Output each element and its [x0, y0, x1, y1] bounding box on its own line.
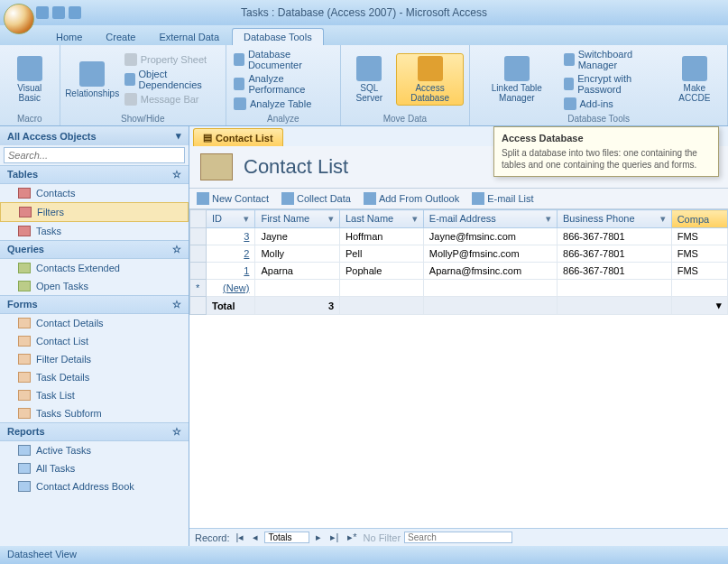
first-record-button[interactable]: |◂	[234, 532, 247, 543]
add-from-outlook-button[interactable]: Add From Outlook	[364, 192, 459, 205]
table-row[interactable]: 1 Aparna Pophale Aparna@fmsinc.com 866-3…	[190, 263, 728, 280]
dropdown-icon[interactable]: ▾	[660, 213, 666, 225]
total-dropdown[interactable]: ▾	[671, 297, 727, 315]
nav-item-tasks-subform[interactable]: Tasks Subform	[0, 404, 189, 422]
row-selector[interactable]	[190, 263, 207, 280]
relationships-button[interactable]: Relationships	[66, 60, 119, 100]
cell-first-name[interactable]: Molly	[255, 245, 340, 263]
search-records-input[interactable]	[404, 532, 512, 543]
cell-last-name[interactable]: Hoffman	[340, 228, 424, 245]
cell-company[interactable]: FMS	[671, 263, 727, 280]
nav-item-tasks[interactable]: Tasks	[0, 222, 189, 240]
table-row[interactable]: 2 Molly Pell MollyP@fmsinc.com 866-367-7…	[190, 245, 728, 263]
cell-email[interactable]: Aparna@fmsinc.com	[423, 263, 557, 280]
dropdown-icon[interactable]: ▾	[412, 213, 418, 225]
dropdown-icon[interactable]: ▾	[328, 213, 334, 225]
cell-id[interactable]: 1	[207, 263, 255, 280]
doc-tab-contact-list[interactable]: ▤ Contact List	[193, 128, 283, 146]
cell-first-name[interactable]: Jayne	[255, 228, 340, 245]
form-icon	[18, 372, 31, 383]
record-position-input[interactable]	[264, 532, 309, 543]
dropdown-icon[interactable]: ▾	[244, 213, 249, 225]
visual-basic-button[interactable]: Visual Basic	[5, 54, 54, 105]
table-row[interactable]: 3 Jayne Hoffman Jayne@fmsinc.com 866-367…	[190, 228, 728, 245]
office-button[interactable]	[4, 4, 34, 34]
chevron-down-icon[interactable]: ▾	[176, 130, 181, 142]
analyze-table-button[interactable]: Analyze Table	[232, 97, 335, 111]
database-documenter-button[interactable]: Database Documenter	[232, 48, 335, 71]
nav-item-task-details[interactable]: Task Details	[0, 368, 189, 386]
nav-cat-tables[interactable]: Tables☆	[0, 165, 189, 184]
tab-create[interactable]: Create	[95, 29, 146, 45]
nav-item-contact-details[interactable]: Contact Details	[0, 314, 189, 332]
cell-company[interactable]: FMS	[671, 245, 727, 263]
search-input[interactable]	[4, 147, 185, 163]
col-last-name[interactable]: Last Name▾	[340, 210, 424, 228]
col-id[interactable]: ID▾	[207, 210, 255, 228]
nav-cat-reports[interactable]: Reports☆	[0, 422, 189, 441]
nav-item-active-tasks[interactable]: Active Tasks	[0, 441, 189, 459]
linked-table-manager-button[interactable]: Linked Table Manager	[475, 54, 558, 105]
nav-cat-forms[interactable]: Forms☆	[0, 295, 189, 314]
nav-item-contact-address-book[interactable]: Contact Address Book	[0, 477, 189, 495]
nav-item-open-tasks[interactable]: Open Tasks	[0, 277, 189, 295]
cell-phone[interactable]: 866-367-7801	[558, 245, 672, 263]
analyze-performance-button[interactable]: Analyze Performance	[232, 72, 335, 96]
col-first-name[interactable]: First Name▾	[255, 210, 340, 228]
cell-new[interactable]: (New)	[207, 280, 255, 297]
col-business-phone[interactable]: Business Phone▾	[558, 210, 672, 228]
prev-record-button[interactable]: ◂	[250, 532, 261, 543]
nav-header[interactable]: All Access Objects ▾	[0, 126, 189, 145]
col-company[interactable]: Compa	[671, 210, 727, 228]
nav-item-filter-details[interactable]: Filter Details	[0, 350, 189, 368]
form-toolbar: New Contact Collect Data Add From Outloo…	[189, 189, 728, 209]
new-record-row[interactable]: * (New)	[190, 280, 728, 297]
row-selector[interactable]	[190, 228, 207, 245]
sql-server-button[interactable]: SQL Server	[346, 54, 392, 105]
cell-last-name[interactable]: Pell	[340, 245, 424, 263]
cell-email[interactable]: MollyP@fmsinc.com	[423, 245, 557, 263]
cell-last-name[interactable]: Pophale	[340, 263, 424, 280]
collect-data-button[interactable]: Collect Data	[281, 192, 351, 205]
cell-email[interactable]: Jayne@fmsinc.com	[423, 228, 557, 245]
cell-id[interactable]: 3	[207, 228, 255, 245]
row-selector[interactable]	[190, 245, 207, 263]
nav-item-contact-list[interactable]: Contact List	[0, 332, 189, 350]
new-record-button[interactable]: ▸*	[345, 532, 359, 543]
collapse-icon: ☆	[172, 244, 181, 255]
addins-button[interactable]: Add-ins	[562, 97, 664, 111]
tab-home[interactable]: Home	[45, 29, 93, 45]
nav-item-task-list[interactable]: Task List	[0, 386, 189, 404]
form-icon	[18, 354, 31, 365]
encrypt-password-button[interactable]: Encrypt with Password	[562, 72, 664, 96]
dropdown-icon[interactable]: ▾	[546, 213, 551, 225]
object-dependencies-button[interactable]: Object Dependencies	[123, 68, 220, 91]
accde-icon	[682, 56, 707, 81]
cell-id[interactable]: 2	[207, 245, 255, 263]
nav-item-all-tasks[interactable]: All Tasks	[0, 459, 189, 477]
tab-external-data[interactable]: External Data	[148, 29, 230, 45]
access-database-button[interactable]: Access Database	[396, 53, 464, 106]
qat-undo-icon[interactable]	[52, 6, 65, 19]
last-record-button[interactable]: ▸|	[327, 532, 341, 543]
switchboard-manager-button[interactable]: Switchboard Manager	[562, 48, 664, 71]
nav-cat-queries[interactable]: Queries☆	[0, 240, 189, 259]
qat-save-icon[interactable]	[36, 6, 49, 19]
nav-item-filters[interactable]: Filters	[0, 202, 189, 222]
nav-item-contacts-extended[interactable]: Contacts Extended	[0, 259, 189, 277]
cell-first-name[interactable]: Aparna	[255, 263, 340, 280]
cell-phone[interactable]: 866-367-7801	[558, 228, 672, 245]
cell-phone[interactable]: 866-367-7801	[558, 263, 672, 280]
row-selector[interactable]: *	[190, 280, 207, 297]
select-all-cell[interactable]	[190, 210, 207, 228]
nav-item-contacts[interactable]: Contacts	[0, 184, 189, 202]
email-list-button[interactable]: E-mail List	[472, 192, 533, 205]
datasheet-grid[interactable]: ID▾ First Name▾ Last Name▾ E-mail Addres…	[189, 209, 728, 528]
tab-database-tools[interactable]: Database Tools	[232, 28, 324, 45]
col-email[interactable]: E-mail Address▾	[423, 210, 557, 228]
cell-company[interactable]: FMS	[671, 228, 727, 245]
next-record-button[interactable]: ▸	[313, 532, 324, 543]
qat-redo-icon[interactable]	[69, 6, 81, 19]
make-accde-button[interactable]: Make ACCDE	[668, 54, 722, 105]
new-contact-button[interactable]: New Contact	[197, 192, 269, 205]
